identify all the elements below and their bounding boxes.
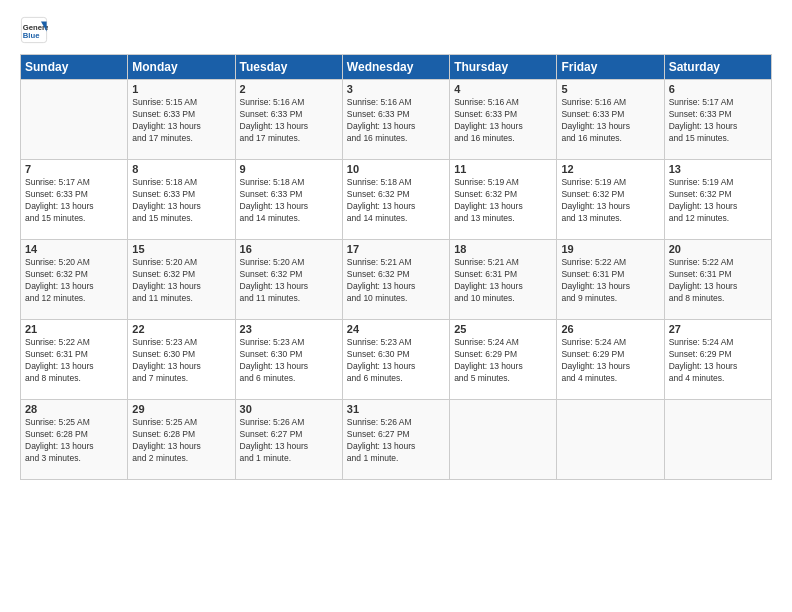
calendar-cell: 25Sunrise: 5:24 AM Sunset: 6:29 PM Dayli… [450, 320, 557, 400]
calendar-cell: 26Sunrise: 5:24 AM Sunset: 6:29 PM Dayli… [557, 320, 664, 400]
calendar-cell: 11Sunrise: 5:19 AM Sunset: 6:32 PM Dayli… [450, 160, 557, 240]
day-number: 21 [25, 323, 123, 335]
day-number: 20 [669, 243, 767, 255]
calendar-cell: 13Sunrise: 5:19 AM Sunset: 6:32 PM Dayli… [664, 160, 771, 240]
day-info: Sunrise: 5:17 AM Sunset: 6:33 PM Dayligh… [669, 97, 767, 145]
calendar-cell [21, 80, 128, 160]
day-info: Sunrise: 5:24 AM Sunset: 6:29 PM Dayligh… [669, 337, 767, 385]
day-info: Sunrise: 5:17 AM Sunset: 6:33 PM Dayligh… [25, 177, 123, 225]
day-number: 4 [454, 83, 552, 95]
calendar-cell: 20Sunrise: 5:22 AM Sunset: 6:31 PM Dayli… [664, 240, 771, 320]
weekday-header-friday: Friday [557, 55, 664, 80]
calendar-cell: 12Sunrise: 5:19 AM Sunset: 6:32 PM Dayli… [557, 160, 664, 240]
day-info: Sunrise: 5:25 AM Sunset: 6:28 PM Dayligh… [25, 417, 123, 465]
day-info: Sunrise: 5:26 AM Sunset: 6:27 PM Dayligh… [347, 417, 445, 465]
day-info: Sunrise: 5:20 AM Sunset: 6:32 PM Dayligh… [240, 257, 338, 305]
day-info: Sunrise: 5:19 AM Sunset: 6:32 PM Dayligh… [561, 177, 659, 225]
day-number: 11 [454, 163, 552, 175]
calendar-cell: 5Sunrise: 5:16 AM Sunset: 6:33 PM Daylig… [557, 80, 664, 160]
day-info: Sunrise: 5:23 AM Sunset: 6:30 PM Dayligh… [240, 337, 338, 385]
calendar-cell: 28Sunrise: 5:25 AM Sunset: 6:28 PM Dayli… [21, 400, 128, 480]
day-info: Sunrise: 5:16 AM Sunset: 6:33 PM Dayligh… [347, 97, 445, 145]
day-number: 28 [25, 403, 123, 415]
calendar-cell: 31Sunrise: 5:26 AM Sunset: 6:27 PM Dayli… [342, 400, 449, 480]
calendar-cell: 16Sunrise: 5:20 AM Sunset: 6:32 PM Dayli… [235, 240, 342, 320]
day-info: Sunrise: 5:24 AM Sunset: 6:29 PM Dayligh… [561, 337, 659, 385]
day-number: 5 [561, 83, 659, 95]
day-number: 30 [240, 403, 338, 415]
day-info: Sunrise: 5:20 AM Sunset: 6:32 PM Dayligh… [132, 257, 230, 305]
day-info: Sunrise: 5:24 AM Sunset: 6:29 PM Dayligh… [454, 337, 552, 385]
calendar-cell: 24Sunrise: 5:23 AM Sunset: 6:30 PM Dayli… [342, 320, 449, 400]
day-number: 13 [669, 163, 767, 175]
weekday-header-tuesday: Tuesday [235, 55, 342, 80]
main-container: General Blue SundayMondayTuesdayWednesda… [0, 0, 792, 490]
calendar-cell [557, 400, 664, 480]
calendar-table: SundayMondayTuesdayWednesdayThursdayFrid… [20, 54, 772, 480]
svg-text:Blue: Blue [23, 31, 40, 40]
day-info: Sunrise: 5:21 AM Sunset: 6:31 PM Dayligh… [454, 257, 552, 305]
calendar-cell: 30Sunrise: 5:26 AM Sunset: 6:27 PM Dayli… [235, 400, 342, 480]
day-number: 10 [347, 163, 445, 175]
day-number: 18 [454, 243, 552, 255]
day-info: Sunrise: 5:18 AM Sunset: 6:33 PM Dayligh… [132, 177, 230, 225]
calendar-cell: 17Sunrise: 5:21 AM Sunset: 6:32 PM Dayli… [342, 240, 449, 320]
weekday-header-wednesday: Wednesday [342, 55, 449, 80]
weekday-header-saturday: Saturday [664, 55, 771, 80]
calendar-cell: 15Sunrise: 5:20 AM Sunset: 6:32 PM Dayli… [128, 240, 235, 320]
calendar-cell [664, 400, 771, 480]
calendar-cell: 29Sunrise: 5:25 AM Sunset: 6:28 PM Dayli… [128, 400, 235, 480]
day-number: 1 [132, 83, 230, 95]
day-number: 25 [454, 323, 552, 335]
calendar-cell: 18Sunrise: 5:21 AM Sunset: 6:31 PM Dayli… [450, 240, 557, 320]
day-info: Sunrise: 5:16 AM Sunset: 6:33 PM Dayligh… [454, 97, 552, 145]
calendar-cell: 2Sunrise: 5:16 AM Sunset: 6:33 PM Daylig… [235, 80, 342, 160]
week-row-1: 1Sunrise: 5:15 AM Sunset: 6:33 PM Daylig… [21, 80, 772, 160]
calendar-cell: 22Sunrise: 5:23 AM Sunset: 6:30 PM Dayli… [128, 320, 235, 400]
week-row-4: 21Sunrise: 5:22 AM Sunset: 6:31 PM Dayli… [21, 320, 772, 400]
logo-icon: General Blue [20, 16, 48, 44]
day-info: Sunrise: 5:16 AM Sunset: 6:33 PM Dayligh… [561, 97, 659, 145]
day-number: 2 [240, 83, 338, 95]
day-info: Sunrise: 5:16 AM Sunset: 6:33 PM Dayligh… [240, 97, 338, 145]
day-number: 31 [347, 403, 445, 415]
day-info: Sunrise: 5:23 AM Sunset: 6:30 PM Dayligh… [347, 337, 445, 385]
day-info: Sunrise: 5:22 AM Sunset: 6:31 PM Dayligh… [669, 257, 767, 305]
day-info: Sunrise: 5:20 AM Sunset: 6:32 PM Dayligh… [25, 257, 123, 305]
day-number: 17 [347, 243, 445, 255]
weekday-header-monday: Monday [128, 55, 235, 80]
day-number: 19 [561, 243, 659, 255]
day-info: Sunrise: 5:18 AM Sunset: 6:33 PM Dayligh… [240, 177, 338, 225]
calendar-cell: 8Sunrise: 5:18 AM Sunset: 6:33 PM Daylig… [128, 160, 235, 240]
calendar-cell [450, 400, 557, 480]
day-number: 6 [669, 83, 767, 95]
calendar-cell: 7Sunrise: 5:17 AM Sunset: 6:33 PM Daylig… [21, 160, 128, 240]
day-info: Sunrise: 5:22 AM Sunset: 6:31 PM Dayligh… [25, 337, 123, 385]
weekday-header-sunday: Sunday [21, 55, 128, 80]
day-info: Sunrise: 5:19 AM Sunset: 6:32 PM Dayligh… [669, 177, 767, 225]
logo: General Blue [20, 16, 52, 44]
day-number: 29 [132, 403, 230, 415]
calendar-cell: 6Sunrise: 5:17 AM Sunset: 6:33 PM Daylig… [664, 80, 771, 160]
weekday-header-thursday: Thursday [450, 55, 557, 80]
weekday-header-row: SundayMondayTuesdayWednesdayThursdayFrid… [21, 55, 772, 80]
day-info: Sunrise: 5:21 AM Sunset: 6:32 PM Dayligh… [347, 257, 445, 305]
day-number: 22 [132, 323, 230, 335]
calendar-cell: 23Sunrise: 5:23 AM Sunset: 6:30 PM Dayli… [235, 320, 342, 400]
day-number: 7 [25, 163, 123, 175]
day-number: 16 [240, 243, 338, 255]
calendar-cell: 4Sunrise: 5:16 AM Sunset: 6:33 PM Daylig… [450, 80, 557, 160]
day-info: Sunrise: 5:25 AM Sunset: 6:28 PM Dayligh… [132, 417, 230, 465]
day-number: 14 [25, 243, 123, 255]
week-row-5: 28Sunrise: 5:25 AM Sunset: 6:28 PM Dayli… [21, 400, 772, 480]
day-number: 9 [240, 163, 338, 175]
day-number: 26 [561, 323, 659, 335]
day-info: Sunrise: 5:18 AM Sunset: 6:32 PM Dayligh… [347, 177, 445, 225]
calendar-cell: 27Sunrise: 5:24 AM Sunset: 6:29 PM Dayli… [664, 320, 771, 400]
calendar-cell: 3Sunrise: 5:16 AM Sunset: 6:33 PM Daylig… [342, 80, 449, 160]
day-info: Sunrise: 5:15 AM Sunset: 6:33 PM Dayligh… [132, 97, 230, 145]
day-number: 12 [561, 163, 659, 175]
week-row-3: 14Sunrise: 5:20 AM Sunset: 6:32 PM Dayli… [21, 240, 772, 320]
day-info: Sunrise: 5:22 AM Sunset: 6:31 PM Dayligh… [561, 257, 659, 305]
day-info: Sunrise: 5:19 AM Sunset: 6:32 PM Dayligh… [454, 177, 552, 225]
